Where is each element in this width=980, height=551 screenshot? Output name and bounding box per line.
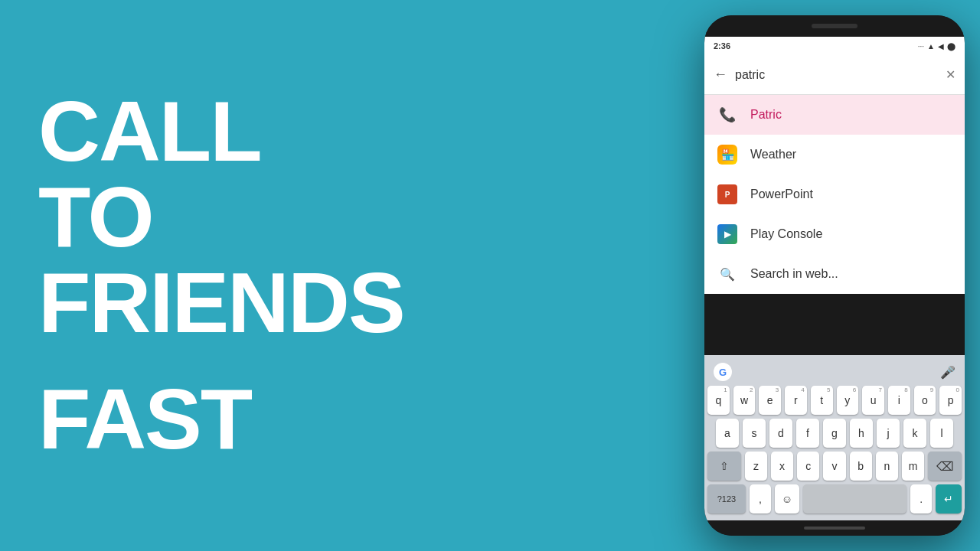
hero-line4: FAST bbox=[38, 377, 666, 462]
key-u[interactable]: u7 bbox=[862, 386, 884, 415]
key-s[interactable]: s bbox=[743, 419, 766, 448]
key-i[interactable]: i8 bbox=[888, 386, 910, 415]
key-d[interactable]: d bbox=[769, 419, 792, 448]
key-w[interactable]: w2 bbox=[733, 386, 756, 415]
clear-button[interactable]: ✕ bbox=[946, 67, 956, 82]
keyboard-row1: q1 w2 e3 r4 t5 y6 u7 i8 o9 p0 bbox=[707, 386, 962, 415]
key-f[interactable]: f bbox=[796, 419, 819, 448]
key-q[interactable]: q1 bbox=[707, 386, 730, 415]
key-a[interactable]: a bbox=[716, 419, 739, 448]
search-results: 📞 Patric 🏪 Weather P PowerPoint bbox=[704, 95, 965, 294]
key-m[interactable]: m bbox=[902, 452, 924, 481]
result-powerpoint[interactable]: P PowerPoint bbox=[704, 174, 965, 214]
status-bar: 2:36 ··· ▲ ◀ ⬤ bbox=[704, 37, 965, 55]
back-button[interactable]: ← bbox=[714, 67, 727, 83]
phone-bottom bbox=[704, 520, 965, 536]
status-time: 2:36 bbox=[714, 41, 730, 51]
key-e[interactable]: e3 bbox=[759, 386, 781, 415]
key-l[interactable]: l bbox=[930, 419, 953, 448]
patric-label: Patric bbox=[750, 108, 782, 122]
key-n[interactable]: n bbox=[876, 452, 898, 481]
patric-icon: 📞 bbox=[717, 104, 738, 126]
mic-icon[interactable]: 🎤 bbox=[940, 365, 956, 380]
key-k[interactable]: k bbox=[903, 419, 926, 448]
key-t[interactable]: t5 bbox=[811, 386, 833, 415]
search-bar: ← patric ✕ bbox=[704, 55, 965, 95]
key-z[interactable]: z bbox=[745, 452, 767, 481]
key-j[interactable]: j bbox=[877, 419, 900, 448]
key-v[interactable]: v bbox=[823, 452, 845, 481]
google-logo: G bbox=[714, 363, 732, 381]
key-y[interactable]: y6 bbox=[837, 386, 859, 415]
hero-line2: TO bbox=[38, 169, 153, 265]
keyboard: G 🎤 q1 w2 e3 r4 t5 y6 u7 i8 o9 p0 a s d bbox=[704, 355, 965, 520]
key-space[interactable] bbox=[803, 484, 906, 514]
result-searchweb[interactable]: 🔍 Search in web... bbox=[704, 254, 965, 294]
searchweb-icon: 🔍 bbox=[717, 263, 738, 285]
dark-area bbox=[704, 294, 965, 355]
result-patric[interactable]: 📞 Patric bbox=[704, 95, 965, 135]
keyboard-top-bar: G 🎤 bbox=[707, 360, 962, 386]
key-symbols[interactable]: ?123 bbox=[707, 484, 746, 514]
search-input[interactable]: patric bbox=[735, 68, 938, 82]
keyboard-row3: ⇧ z x c v b n m ⌫ bbox=[707, 452, 962, 481]
phone-speaker bbox=[812, 24, 858, 28]
key-backspace[interactable]: ⌫ bbox=[928, 452, 962, 481]
hero-text: CALL TO FRIENDS FAST bbox=[38, 89, 666, 462]
keyboard-row2: a s d f g h j k l bbox=[707, 419, 962, 448]
signal-dots-icon: ··· bbox=[918, 42, 924, 51]
powerpoint-label: PowerPoint bbox=[750, 187, 813, 201]
phone-frame: 2:36 ··· ▲ ◀ ⬤ ← patric ✕ 📞 Patric bbox=[704, 15, 965, 536]
keyboard-bottom-row: ?123 , ☺ . ↵ bbox=[707, 484, 962, 514]
key-r[interactable]: r4 bbox=[785, 386, 807, 415]
key-o[interactable]: o9 bbox=[914, 386, 936, 415]
key-enter[interactable]: ↵ bbox=[936, 484, 962, 514]
key-x[interactable]: x bbox=[771, 452, 793, 481]
wifi-icon: ◀ bbox=[938, 42, 944, 51]
key-shift[interactable]: ⇧ bbox=[707, 452, 741, 481]
key-emoji[interactable]: ☺ bbox=[775, 484, 799, 514]
key-b[interactable]: b bbox=[850, 452, 872, 481]
result-weather[interactable]: 🏪 Weather bbox=[704, 135, 965, 174]
battery-icon: ⬤ bbox=[947, 42, 956, 51]
status-icons: ··· ▲ ◀ ⬤ bbox=[918, 42, 956, 51]
signal-bars-icon: ▲ bbox=[927, 42, 935, 51]
key-p[interactable]: p0 bbox=[939, 386, 962, 415]
weather-label: Weather bbox=[750, 148, 796, 161]
home-indicator bbox=[804, 527, 865, 530]
hero-line3: FRIENDS bbox=[38, 255, 404, 350]
key-h[interactable]: h bbox=[850, 419, 873, 448]
weather-icon: 🏪 bbox=[717, 144, 738, 165]
key-c[interactable]: c bbox=[797, 452, 819, 481]
key-period[interactable]: . bbox=[910, 484, 932, 514]
left-panel: CALL TO FRIENDS FAST bbox=[0, 0, 704, 551]
powerpoint-icon: P bbox=[717, 184, 738, 205]
phone-top-bar bbox=[704, 15, 965, 37]
right-panel: 2:36 ··· ▲ ◀ ⬤ ← patric ✕ 📞 Patric bbox=[704, 0, 980, 551]
key-g[interactable]: g bbox=[823, 419, 846, 448]
playconsole-label: Play Console bbox=[750, 227, 822, 241]
hero-line1: CALL bbox=[38, 83, 261, 179]
key-comma[interactable]: , bbox=[750, 484, 771, 514]
searchweb-label: Search in web... bbox=[750, 267, 838, 281]
result-playconsole[interactable]: ▶ Play Console bbox=[704, 214, 965, 254]
playconsole-icon: ▶ bbox=[717, 223, 738, 245]
